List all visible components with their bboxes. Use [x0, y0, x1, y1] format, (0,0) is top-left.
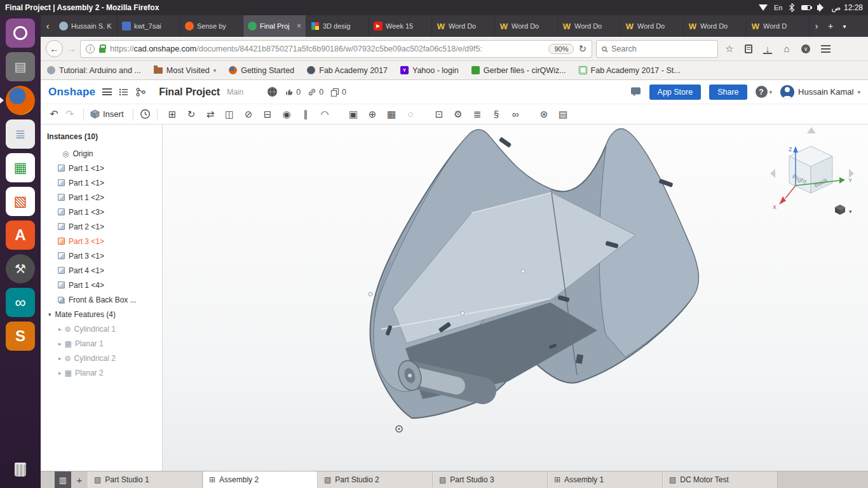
bookmark-item[interactable]: YYahoo - login: [400, 66, 459, 75]
pin-slot-mate-icon[interactable]: ⊟: [259, 107, 276, 122]
search-bar[interactable]: [596, 40, 718, 58]
rotate-right-arrow[interactable]: [849, 169, 854, 178]
chevron-down-icon[interactable]: ▾: [849, 208, 852, 215]
rollback-clock-icon[interactable]: [140, 109, 151, 119]
bookmarks-menu-icon[interactable]: [745, 44, 752, 53]
menu-icon[interactable]: [821, 45, 831, 53]
share-button[interactable]: Share: [709, 85, 747, 100]
instance-row[interactable]: Part 4 <1>: [41, 263, 162, 278]
tab-scroll-left-button[interactable]: ‹: [41, 15, 55, 37]
bookmark-item[interactable]: Tutorial: Arduino and ...: [47, 66, 141, 75]
clock[interactable]: ص 12:28: [831, 3, 863, 12]
search-input[interactable]: [611, 44, 694, 53]
browser-tab-active[interactable]: Final Proj×: [243, 15, 306, 37]
instance-row[interactable]: Front & Back Box ...: [41, 292, 162, 307]
forward-button[interactable]: →: [67, 43, 76, 54]
browser-tab[interactable]: Sense by: [180, 15, 243, 37]
screw-relation-icon[interactable]: §: [488, 107, 505, 122]
tab-close-icon[interactable]: ×: [297, 22, 301, 30]
battery-icon[interactable]: [801, 5, 811, 10]
ball-mate-icon[interactable]: ◉: [278, 107, 295, 122]
instance-row[interactable]: Part 1 <2>: [41, 190, 162, 205]
doc-tab-part-studio-3[interactable]: ▧Part Studio 3: [433, 471, 548, 488]
user-menu[interactable]: Hussain Kamal ▾: [780, 85, 860, 99]
app-store-button[interactable]: App Store: [649, 85, 702, 100]
url-bar[interactable]: i https://cad.onshape.com/documents/8442…: [80, 40, 592, 58]
copy-count[interactable]: 0: [330, 88, 346, 97]
rotate-up-arrow[interactable]: [807, 127, 816, 133]
browser-tab[interactable]: WWord Do: [495, 15, 558, 37]
mate-row[interactable]: ▸▦Planar 1: [41, 336, 162, 351]
home-icon[interactable]: ⌂: [779, 43, 794, 54]
origin-marker[interactable]: [396, 426, 402, 432]
downloads-icon[interactable]: ↓: [760, 43, 775, 54]
browser-tab[interactable]: WWord Do: [684, 15, 747, 37]
bluetooth-icon[interactable]: [789, 3, 795, 12]
rotate-left-arrow[interactable]: [770, 169, 775, 178]
mate-row[interactable]: ▸▦Planar 2: [41, 365, 162, 380]
launcher-item-trash[interactable]: [6, 455, 35, 484]
slider-mate-icon[interactable]: ⇄: [202, 107, 219, 122]
bookmark-item[interactable]: Getting Started: [229, 66, 294, 75]
add-tab-button[interactable]: +: [71, 471, 88, 488]
zoom-level-badge[interactable]: 90%: [548, 44, 574, 54]
reload-icon[interactable]: ↻: [578, 43, 587, 55]
revolute-mate-icon[interactable]: ↻: [183, 107, 200, 122]
group-icon[interactable]: ▣: [345, 107, 362, 122]
insert-button[interactable]: Insert: [103, 109, 124, 119]
planar-mate-icon[interactable]: ◫: [221, 107, 238, 122]
bookmark-item[interactable]: Fab Academy 2017: [307, 66, 388, 75]
expand-icon[interactable]: ▸: [58, 355, 62, 362]
insert-icon[interactable]: [90, 109, 100, 119]
launcher-item-system-tools[interactable]: ⚒: [6, 254, 35, 283]
help-menu[interactable]: ? ▾: [756, 86, 773, 98]
mate-connector-icon[interactable]: ⊕: [364, 107, 381, 122]
browser-tab[interactable]: WWord Do: [432, 15, 495, 37]
assembly-3d-model[interactable]: [163, 125, 868, 471]
comment-bubble-icon[interactable]: [630, 86, 641, 97]
public-globe-icon[interactable]: [267, 86, 278, 97]
instance-row[interactable]: Part 2 <1>: [41, 219, 162, 234]
like-count[interactable]: 0: [285, 88, 301, 97]
https-lock-icon[interactable]: [99, 48, 105, 53]
instance-row-origin[interactable]: ◎Origin: [41, 146, 162, 161]
launcher-item-libreoffice-calc[interactable]: ▦: [6, 153, 35, 182]
volume-icon[interactable]: [817, 5, 820, 10]
bookmark-folder-most-visited[interactable]: Most Visited▾: [154, 66, 216, 75]
doc-tab-part-studio-1[interactable]: ▧Part Studio 1: [88, 471, 203, 488]
network-icon[interactable]: [759, 4, 768, 11]
bookmark-item[interactable]: Fab Academy 2017 - St...: [579, 66, 681, 75]
onshape-logo[interactable]: Onshape: [48, 86, 95, 98]
instance-row[interactable]: Part 1 <1>: [41, 161, 162, 175]
mate-row[interactable]: ▸⊚Cylindrical 1: [41, 322, 162, 336]
bookmark-item[interactable]: Gerber files - cirQWiz...: [471, 66, 566, 75]
doc-tab-part-studio-2[interactable]: ▧Part Studio 2: [318, 471, 433, 488]
launcher-item-arduino[interactable]: ∞: [6, 288, 35, 317]
doc-tab-assembly-2-active[interactable]: ⊞Assembly 2: [203, 471, 318, 488]
redo-icon[interactable]: ↷: [63, 108, 77, 120]
browser-tab[interactable]: 3D desig: [306, 15, 369, 37]
view-cube[interactable]: Right Back Z Y X ▾: [768, 125, 863, 220]
browser-tab[interactable]: Hussain S. K: [55, 15, 118, 37]
fastened-mate-icon[interactable]: ⊞: [164, 107, 181, 122]
pocket-icon[interactable]: ∨: [801, 44, 810, 53]
model-viewport[interactable]: Right Back Z Y X ▾: [163, 125, 868, 471]
launcher-item-text-editor[interactable]: ≣: [6, 119, 35, 149]
mate-row[interactable]: ▸⊚Cylindrical 2: [41, 351, 162, 365]
instance-row[interactable]: Part 1 <4>: [41, 278, 162, 292]
launcher-item-libreoffice-impress[interactable]: ▧: [6, 187, 35, 216]
instance-row[interactable]: Part 1 <3>: [41, 205, 162, 219]
tab-scroll-right-button[interactable]: ›: [810, 15, 824, 37]
url-text[interactable]: https://cad.onshape.com/documents/84421b…: [110, 44, 544, 53]
circular-pattern-icon[interactable]: ◌: [402, 107, 419, 122]
launcher-item-software-center[interactable]: A: [6, 220, 35, 250]
doc-tab-assembly-1[interactable]: ⊞Assembly 1: [548, 471, 663, 488]
launcher-item-sublime[interactable]: S: [6, 322, 35, 351]
instance-row[interactable]: Part 1 <1>: [41, 175, 162, 190]
browser-tab[interactable]: WWord D: [747, 15, 810, 37]
gear-relation-icon[interactable]: ⚙: [450, 107, 467, 122]
browser-tab[interactable]: WWord Do: [621, 15, 684, 37]
new-tab-button[interactable]: +: [824, 15, 837, 37]
workspace-name[interactable]: Main: [227, 88, 243, 97]
undo-icon[interactable]: ↶: [47, 108, 61, 120]
